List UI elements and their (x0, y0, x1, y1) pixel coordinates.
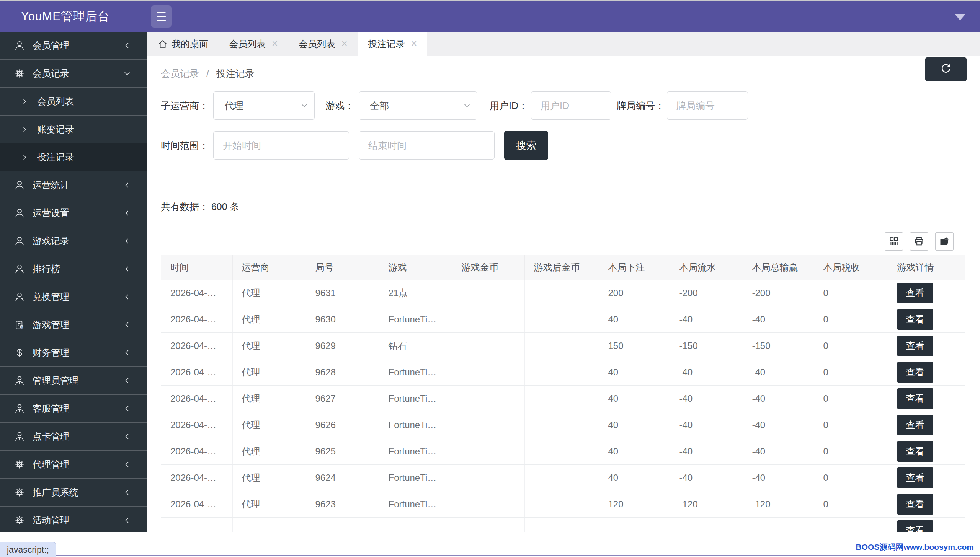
close-icon[interactable]: × (272, 39, 278, 49)
sidebar-item-5[interactable]: 运营统计 (0, 171, 147, 199)
cell: 9630 (306, 306, 379, 333)
view-button[interactable]: 查看 (897, 283, 933, 303)
sidebar-item-14[interactable]: 点卡管理 (0, 422, 147, 450)
menu-icon (157, 20, 166, 21)
print-button[interactable] (910, 232, 928, 251)
time-range-label: 时间范围： (161, 139, 209, 152)
tab-label: 我的桌面 (172, 38, 208, 50)
breadcrumb-parent[interactable]: 会员记录 (161, 68, 199, 79)
cell: -40 (743, 359, 814, 386)
credit-link[interactable]: BOOS源码网www.boosym.com (856, 542, 974, 552)
close-icon[interactable]: × (341, 39, 348, 49)
cell (670, 518, 743, 532)
cell (452, 306, 524, 333)
cell: -40 (743, 386, 814, 412)
sidebar-item-11[interactable]: 财务管理 (0, 339, 147, 366)
user-id-input[interactable] (531, 91, 611, 120)
cell: -150 (670, 333, 743, 359)
cell: 9625 (306, 438, 379, 465)
sidebar-item-label: 投注记录 (37, 151, 74, 163)
view-button[interactable]: 查看 (897, 520, 933, 532)
sidebar-item-1[interactable]: 会员记录 (0, 59, 147, 87)
cell-actions: 查看 (888, 491, 965, 518)
view-button[interactable]: 查看 (897, 336, 933, 356)
cell: 40 (599, 438, 670, 465)
sidebar-item-label: 游戏记录 (33, 235, 69, 247)
cell (599, 518, 670, 532)
table-row-9: 查看 (161, 518, 965, 532)
sidebar-item-label: 兑换管理 (33, 291, 69, 303)
tab-1[interactable]: 会员列表× (219, 32, 288, 56)
chevron-left-icon (124, 293, 131, 300)
sidebar-item-0[interactable]: 会员管理 (0, 32, 147, 59)
table-card: 时间运营商局号游戏游戏金币游戏后金币本局下注本局流水本局总输赢本局税收游戏详情 … (161, 228, 965, 532)
table-row-5: 2026-04-…代理9626FortuneTi…40-40-400查看 (161, 412, 965, 438)
sidebar-item-12[interactable]: 管理员管理 (0, 366, 147, 394)
sidebar-item-9[interactable]: 兑换管理 (0, 283, 147, 311)
view-button[interactable]: 查看 (897, 388, 933, 409)
sidebar-subitem-4[interactable]: 投注记录 (0, 143, 147, 171)
table-row-4: 2026-04-…代理9627FortuneTi…40-40-400查看 (161, 386, 965, 412)
tab-0[interactable]: 我的桌面 (147, 32, 219, 56)
cell: -120 (670, 491, 743, 518)
sidebar-item-8[interactable]: 排行榜 (0, 255, 147, 283)
cell (524, 491, 599, 518)
export-icon (939, 236, 950, 247)
view-button[interactable]: 查看 (897, 309, 933, 330)
cell-actions: 查看 (888, 465, 965, 491)
view-button[interactable]: 查看 (897, 415, 933, 435)
cell (814, 518, 888, 532)
sidebar-subitem-3[interactable]: 账变记录 (0, 115, 147, 143)
table-row-7: 2026-04-…代理9624FortuneTi…40-40-400查看 (161, 465, 965, 491)
column-header-5: 游戏后金币 (524, 255, 599, 280)
view-button[interactable]: 查看 (897, 362, 933, 383)
view-button[interactable]: 查看 (897, 494, 933, 515)
game-select[interactable]: 全部 (359, 91, 477, 120)
round-no-input[interactable] (667, 91, 748, 120)
table-row-3: 2026-04-…代理9628FortuneTi…40-40-400查看 (161, 359, 965, 386)
bottom-scrollbar-track[interactable] (0, 555, 980, 556)
user-menu-caret-icon[interactable] (955, 14, 965, 20)
sidebar-item-15[interactable]: 代理管理 (0, 450, 147, 478)
sidebar-item-6[interactable]: 运营设置 (0, 199, 147, 227)
cell: 0 (814, 465, 888, 491)
cell: -40 (743, 438, 814, 465)
view-button[interactable]: 查看 (897, 467, 933, 488)
cell: 0 (814, 359, 888, 386)
close-icon[interactable]: × (411, 39, 417, 49)
sidebar-item-7[interactable]: 游戏记录 (0, 227, 147, 255)
sidebar-subitem-2[interactable]: 会员列表 (0, 87, 147, 115)
cell: 9623 (306, 491, 379, 518)
cell (743, 518, 814, 532)
total-count-text: 共有数据： 600 条 (161, 200, 240, 213)
sidebar-item-13[interactable]: 客服管理 (0, 394, 147, 422)
view-button[interactable]: 查看 (897, 441, 933, 462)
window-top-edge (0, 0, 980, 1)
sidebar-toggle-button[interactable] (151, 5, 172, 28)
cell: -200 (743, 280, 814, 306)
app-title: YouME管理后台 (21, 1, 110, 32)
sub-operator-select[interactable]: 代理 (213, 91, 315, 120)
refresh-button[interactable] (925, 57, 967, 81)
tab-2[interactable]: 会员列表× (288, 32, 358, 56)
sidebar-item-16[interactable]: 推广员系统 (0, 478, 147, 506)
cell: 9624 (306, 465, 379, 491)
gear-icon (14, 459, 25, 470)
round-no-label: 牌局编号： (617, 99, 665, 112)
export-button[interactable] (935, 232, 954, 251)
user-icon (14, 40, 25, 51)
sidebar-item-10[interactable]: $游戏管理 (0, 311, 147, 339)
end-time-input[interactable] (359, 131, 495, 160)
tab-3[interactable]: 投注记录× (358, 32, 428, 56)
gear-icon (14, 487, 25, 498)
search-button[interactable]: 搜索 (504, 131, 548, 160)
cell: -40 (670, 412, 743, 438)
user-icon (14, 236, 25, 246)
start-time-input[interactable] (213, 131, 349, 160)
sidebar-item-17[interactable]: 活动管理 (0, 506, 147, 532)
cell (452, 465, 524, 491)
columns-toggle-button[interactable] (885, 232, 903, 251)
cell-actions: 查看 (888, 359, 965, 386)
clipboard-dollar-icon: $ (14, 319, 25, 330)
column-header-9: 本局税收 (814, 255, 888, 280)
